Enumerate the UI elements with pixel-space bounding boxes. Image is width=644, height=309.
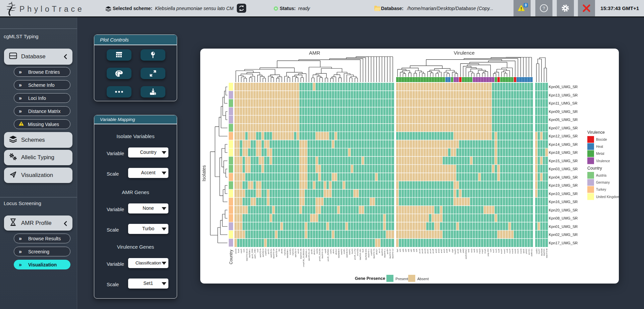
svg-text:fosA7: fosA7	[538, 248, 540, 254]
svg-text:Turkey: Turkey	[596, 188, 606, 191]
svg-text:blaOXA: blaOXA	[543, 248, 545, 256]
svg-text:dfrA1: dfrA1	[332, 248, 334, 253]
svg-text:silC: silC	[410, 248, 412, 252]
svg-text:msr(E): msr(E)	[289, 249, 291, 255]
svg-text:erm(42): erm(42)	[356, 249, 359, 256]
svg-text:Isolates: Isolates	[201, 165, 207, 181]
svg-text:Austria: Austria	[596, 174, 607, 177]
svg-text:rmpC: rmpC	[481, 248, 483, 254]
svg-text:catA1: catA1	[329, 248, 332, 254]
svg-text:dfrA14: dfrA14	[313, 248, 315, 255]
svg-text:pcoE: pcoE	[457, 249, 459, 253]
svg-text:Kpn09_UMG_SR: Kpn09_UMG_SR	[549, 110, 578, 114]
svg-text:terE: terE	[467, 249, 470, 252]
svg-text:Kpn17_UMG_SR: Kpn17_UMG_SR	[549, 241, 578, 245]
svg-text:silR: silR	[402, 248, 404, 252]
svg-text:Kpn12_UMG_SR: Kpn12_UMG_SR	[549, 134, 578, 138]
svg-text:pcoC: pcoC	[426, 248, 429, 253]
svg-text:arr-3: arr-3	[378, 248, 380, 253]
svg-text:blaDHA-1: blaDHA-1	[383, 248, 386, 257]
svg-text:blaOXA-181: blaOXA-181	[359, 248, 361, 260]
svg-text:clpK: clpK	[451, 248, 453, 253]
svg-text:Kpn06_UMG_SR: Kpn06_UMG_SR	[549, 85, 578, 89]
svg-text:Virulence: Virulence	[596, 159, 610, 163]
svg-text:armA: armA	[297, 248, 299, 254]
svg-text:Country: Country	[229, 249, 233, 264]
svg-text:blaSHV-1: blaSHV-1	[367, 248, 370, 257]
svg-text:Kpn20_UMG_SR: Kpn20_UMG_SR	[549, 208, 578, 212]
svg-text:peg-344: peg-344	[487, 248, 489, 256]
svg-text:mph(A): mph(A)	[291, 249, 294, 255]
svg-text:silB: silB	[413, 249, 415, 252]
svg-text:blaTEM: blaTEM	[540, 249, 543, 256]
svg-text:blaTEM-1: blaTEM-1	[248, 248, 251, 257]
svg-text:blaOXA-1: blaOXA-1	[305, 248, 307, 257]
svg-text:arsB: arsB	[445, 249, 448, 253]
svg-text:Kpn11_UMG_SR: Kpn11_UMG_SR	[549, 101, 578, 105]
svg-text:Kpn14_UMG_SR: Kpn14_UMG_SR	[549, 142, 578, 146]
svg-text:pcoR: pcoR	[421, 248, 423, 253]
svg-text:tet(A): tet(A)	[316, 249, 318, 254]
svg-text:terC: terC	[476, 248, 478, 252]
svg-text:psi-G1: psi-G1	[528, 248, 530, 255]
svg-text:Kpn10_UMG_SR: Kpn10_UMG_SR	[549, 192, 578, 196]
svg-text:United Kingdom: United Kingdom	[596, 195, 619, 199]
svg-text:fleF: fleF	[396, 249, 398, 252]
svg-text:AMR: AMR	[309, 50, 320, 56]
svg-text:oqxB19: oqxB19	[264, 248, 267, 256]
svg-text:Virulence: Virulence	[587, 130, 605, 135]
svg-text:merT: merT	[508, 249, 511, 254]
svg-text:emrD: emrD	[234, 248, 237, 254]
svg-text:hsp20: hsp20	[454, 248, 456, 254]
svg-text:aph(6)-Id: aph(6)-Id	[262, 248, 264, 257]
svg-text:aph(3)-VI: aph(3)-VI	[294, 249, 297, 257]
svg-text:Kpn08_UMG_SR: Kpn08_UMG_SR	[549, 216, 578, 220]
svg-text:Kpn13_UMG_SR: Kpn13_UMG_SR	[549, 93, 578, 97]
svg-text:catB3: catB3	[535, 248, 538, 254]
svg-text:silF: silF	[448, 249, 450, 252]
svg-text:Kpn05_UMG_SR: Kpn05_UMG_SR	[549, 118, 578, 122]
svg-text:silS: silS	[399, 249, 401, 252]
svg-text:merD: merD	[520, 248, 522, 254]
svg-text:aac(6')-Ib-cr5: aac(6')-Ib-cr5	[308, 248, 310, 261]
svg-text:pcoD: pcoD	[424, 248, 426, 253]
svg-text:Kpn19_UMG_SR: Kpn19_UMG_SR	[549, 183, 578, 187]
svg-text:aad(3)-IIe: aad(3)-IIe	[270, 248, 272, 257]
svg-text:Kpn16_UMG_SR: Kpn16_UMG_SR	[549, 200, 578, 204]
svg-text:Kpn02_UMG_SR: Kpn02_UMG_SR	[549, 233, 578, 237]
svg-text:arsA: arsA	[443, 248, 445, 253]
svg-text:aadA16: aadA16	[381, 248, 383, 256]
svg-text:Kpn15_UMG_SR: Kpn15_UMG_SR	[549, 159, 578, 163]
svg-text:blaNDM-5: blaNDM-5	[337, 248, 340, 258]
svg-text:iucA: iucA	[495, 248, 497, 253]
svg-text:parC_S80I: parC_S80I	[254, 249, 256, 259]
svg-text:qnrS1: qnrS1	[267, 248, 269, 254]
svg-text:pmrB_R256G: pmrB_R256G	[327, 249, 329, 261]
svg-text:oqxA: oqxA	[240, 248, 242, 253]
svg-text:Present: Present	[395, 277, 408, 281]
svg-text:rmpD: rmpD	[478, 248, 481, 254]
svg-text:rmpA: rmpA	[484, 248, 486, 254]
svg-text:Kpn01_UMG_SR: Kpn01_UMG_SR	[549, 225, 578, 229]
svg-text:crcB: crcB	[506, 249, 508, 253]
svg-text:Metal: Metal	[596, 152, 604, 156]
svg-text:dfrA27: dfrA27	[375, 248, 378, 255]
svg-text:Kpn18_UMG_SR: Kpn18_UMG_SR	[549, 150, 578, 154]
svg-text:rmtB1: rmtB1	[343, 248, 345, 254]
svg-text:aadA2: aadA2	[340, 248, 342, 254]
svg-text:fosA: fosA	[237, 248, 239, 253]
svg-text:blaSHV-37: blaSHV-37	[389, 248, 391, 258]
svg-text:ompK36_D135SGD: ompK36_D135SGD	[302, 248, 305, 267]
svg-text:aadA1: aadA1	[348, 248, 351, 254]
svg-text:qnrB4: qnrB4	[386, 248, 388, 254]
svg-text:0: 0	[525, 3, 527, 7]
svg-text:merE: merE	[514, 249, 516, 254]
svg-text:iutA: iutA	[489, 248, 492, 252]
svg-text:dfrA12: dfrA12	[335, 248, 337, 255]
svg-text:pmrB_D313N: pmrB_D313N	[318, 249, 321, 261]
svg-text:Germany: Germany	[596, 181, 610, 184]
svg-text:blaCTX-M: blaCTX-M	[545, 249, 548, 258]
svg-text:silE: silE	[407, 249, 410, 252]
svg-text:pcoS: pcoS	[418, 249, 421, 253]
svg-text:arsC: arsC	[440, 248, 442, 253]
